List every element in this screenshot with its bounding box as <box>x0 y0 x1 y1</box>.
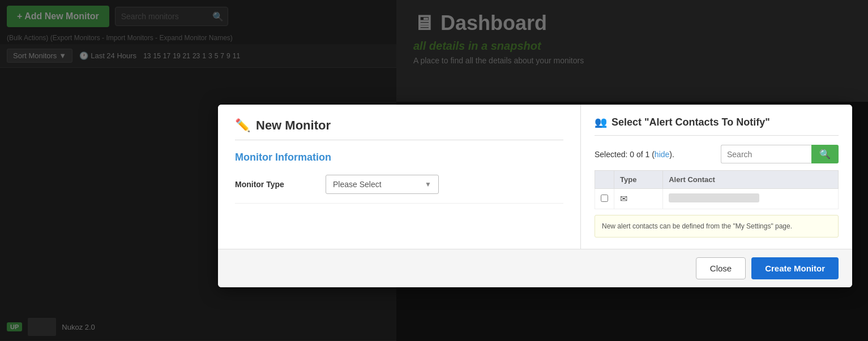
modal-title: ✏️ New Monitor <box>235 118 563 140</box>
contacts-table: Type Alert Contact ✉ <box>595 170 839 209</box>
edit-icon: ✏️ <box>235 118 250 133</box>
type-cell: ✉ <box>614 189 663 209</box>
selected-count-text: Selected: 0 of 1 (hide). <box>595 150 674 159</box>
modal-title-text: New Monitor <box>256 118 331 133</box>
notice-text: New alert contacts can be defined from t… <box>602 222 792 230</box>
alert-contacts-panel: 👥 Select "Alert Contacts To Notify" Sele… <box>580 105 852 249</box>
contacts-icon: 👥 <box>595 116 607 128</box>
contacts-search-input[interactable] <box>721 145 811 163</box>
new-monitor-panel: ✏️ New Monitor Monitor Information Monit… <box>218 105 580 249</box>
contacts-title-text: Select "Alert Contacts To Notify" <box>612 116 770 128</box>
alert-contact-cell <box>663 189 839 209</box>
monitor-type-label: Monitor Type <box>235 180 326 189</box>
checkbox-col-header <box>595 171 614 189</box>
contact-checkbox[interactable] <box>601 195 608 202</box>
monitor-type-row: Monitor Type Please Select ▼ <box>235 175 563 204</box>
contacts-search-button[interactable]: 🔍 <box>811 145 839 163</box>
new-monitor-modal: ✏️ New Monitor Monitor Information Monit… <box>218 105 852 287</box>
contacts-search-row: 🔍 <box>721 145 839 163</box>
selected-info-row: Selected: 0 of 1 (hide). 🔍 <box>595 145 839 163</box>
hide-link[interactable]: hide <box>655 150 669 159</box>
modal-body: ✏️ New Monitor Monitor Information Monit… <box>218 105 852 249</box>
select-placeholder: Please Select <box>333 180 382 189</box>
contacts-panel-title: 👥 Select "Alert Contacts To Notify" <box>595 116 839 136</box>
type-col-header: Type <box>614 171 663 189</box>
notice-box: New alert contacts can be defined from t… <box>595 215 839 238</box>
chevron-down-icon: ▼ <box>425 180 431 188</box>
monitor-info-heading: Monitor Information <box>235 152 563 163</box>
close-button[interactable]: Close <box>696 257 746 279</box>
modal-footer: Close Create Monitor <box>218 249 852 287</box>
checkbox-cell <box>595 189 614 209</box>
alert-contact-col-header: Alert Contact <box>663 171 839 189</box>
monitor-type-select[interactable]: Please Select ▼ <box>326 175 439 194</box>
contact-name-blurred <box>669 193 759 202</box>
table-row: ✉ <box>595 189 839 209</box>
create-monitor-button[interactable]: Create Monitor <box>751 257 839 279</box>
email-icon: ✉ <box>620 194 627 204</box>
